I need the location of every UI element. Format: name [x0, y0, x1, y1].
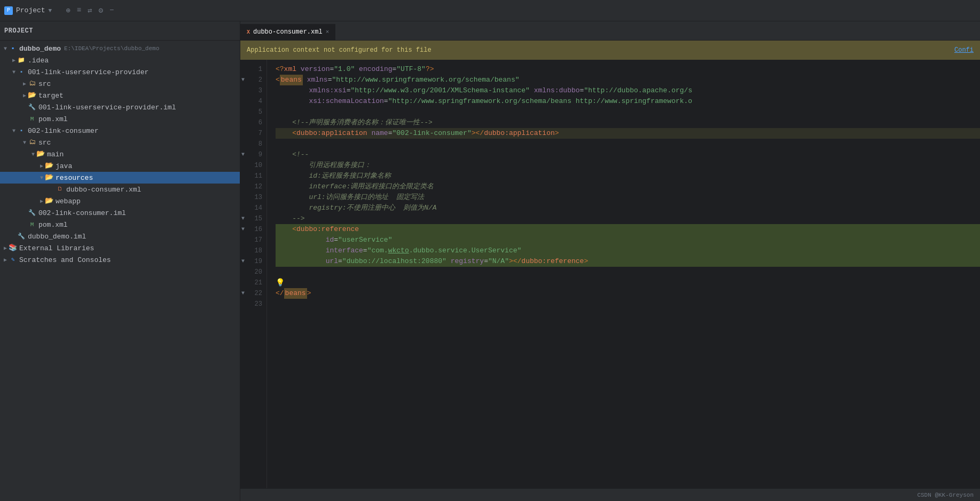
- arrow-src-2: ▼: [21, 140, 28, 146]
- code-line-2: <beans xmlns="http://www.springframework…: [276, 75, 980, 85]
- project-icon: P: [4, 6, 13, 15]
- line-num-8: 8: [240, 139, 266, 149]
- tree-item-dubbo-consumer-xml[interactable]: ▶ 🗋 dubbo-consumer.xml: [0, 184, 240, 195]
- tree-item-002[interactable]: ▼ ▪ 002-link-consumer: [0, 125, 240, 137]
- tree-item-resources[interactable]: ▼ 📂 resources: [0, 172, 240, 184]
- tree-label-scratches: Scratches and Consoles: [19, 256, 111, 264]
- line-num-10: 10: [240, 160, 266, 171]
- tree-label-002-iml: 002-link-consumer.iml: [38, 209, 126, 217]
- line-num-20: 20: [240, 267, 266, 277]
- code-line-14: registry:不使用注册中心 则值为N/A: [276, 203, 980, 213]
- new-icon[interactable]: ⊕: [66, 6, 70, 15]
- line-num-4: 4: [240, 96, 266, 107]
- line-num-18: 18: [240, 245, 266, 256]
- project-title[interactable]: Project: [16, 6, 45, 14]
- tree-item-pom-1[interactable]: ▶ M pom.xml: [0, 113, 240, 125]
- folder-icon-src-2: 🗂: [28, 138, 36, 147]
- arrow-resources: ▼: [38, 175, 45, 181]
- arrow-java: ▶: [38, 163, 45, 169]
- tree-item-main[interactable]: ▼ 📂 main: [0, 148, 240, 160]
- pom-icon-1: M: [28, 115, 36, 123]
- arrow-src-1: ▶: [21, 81, 28, 87]
- iml-icon-demo: 🔧: [17, 232, 26, 241]
- tab-close-button[interactable]: ×: [326, 29, 330, 35]
- code-line-3: xmlns:xsi="http://www.w3.org/2001/XMLSch…: [276, 85, 980, 96]
- settings-icon[interactable]: ⚙: [99, 6, 103, 15]
- tree-item-pom-2[interactable]: ▶ M pom.xml: [0, 219, 240, 230]
- tree-item-ext-libs[interactable]: ▶ 📚 External Libraries: [0, 242, 240, 254]
- tree-item-dubbo-demo[interactable]: ▼ ▪ dubbo_demo E:\IDEA\Projects\dubbo_de…: [0, 43, 240, 54]
- tree-label-src-1: src: [38, 80, 51, 88]
- line-num-5: 5: [240, 107, 266, 117]
- sidebar-content[interactable]: ▼ ▪ dubbo_demo E:\IDEA\Projects\dubbo_de…: [0, 41, 240, 501]
- bulb-icon[interactable]: 💡: [276, 277, 285, 288]
- tree-item-src-2[interactable]: ▼ 🗂 src: [0, 137, 240, 148]
- line-num-15: ▼15: [240, 213, 266, 224]
- ext-libs-icon: 📚: [9, 244, 17, 252]
- tree-item-dubbo-demo-iml[interactable]: ▶ 🔧 dubbo_demo.iml: [0, 230, 240, 242]
- code-line-16: <dubbo:reference: [276, 224, 980, 235]
- tree-label-main: main: [47, 150, 64, 158]
- module-icon-002: ▪: [17, 126, 26, 135]
- tree-item-src-1[interactable]: ▶ 🗂 src: [0, 78, 240, 90]
- code-line-1: <?xml version="1.0" encoding="UTF-8"?>: [276, 64, 980, 75]
- arrow-target: ▶: [21, 92, 28, 99]
- code-line-18: interface="com.wkcto.dubbo.service.UserS…: [276, 245, 980, 256]
- code-line-11: id:远程服务接口对象名称: [276, 171, 980, 181]
- main-layout: Project ▼ ▪ dubbo_demo E:\IDEA\Projects\…: [0, 21, 980, 501]
- folder-icon-idea: 📁: [17, 56, 26, 65]
- tree-item-scratches[interactable]: ▶ ✎ Scratches and Consoles: [0, 254, 240, 266]
- tree-label-dubbo-demo-iml: dubbo_demo.iml: [28, 233, 86, 241]
- code-line-4: xsi:schemaLocation="http://www.springfra…: [276, 96, 980, 107]
- tree-label-src-2: src: [38, 139, 51, 147]
- sidebar-header: Project: [0, 21, 240, 41]
- title-bar-left: P Project ▼ ⊕ ≡ ⇄ ⚙ −: [4, 6, 245, 15]
- line-num-12: 12: [240, 181, 266, 192]
- arrow-main: ▼: [30, 152, 36, 157]
- tree-label-target: target: [38, 92, 64, 100]
- line-num-6: 6: [240, 117, 266, 128]
- code-line-9: <!--: [276, 149, 980, 160]
- arrow-scratches: ▶: [2, 257, 9, 263]
- arrow-dubbo-demo: ▼: [2, 46, 9, 52]
- tree-item-java[interactable]: ▶ 📂 java: [0, 160, 240, 172]
- tree-item-001-iml[interactable]: ▶ 🔧 001-link-userservice-provider.iml: [0, 101, 240, 113]
- code-line-20: [276, 267, 980, 277]
- editor-tab-dubbo-consumer[interactable]: X dubbo-consumer.xml ×: [240, 24, 336, 40]
- minimize-icon[interactable]: −: [109, 6, 114, 15]
- notification-text: Application context not configured for t…: [247, 46, 432, 54]
- notification-link[interactable]: Confi: [954, 46, 974, 54]
- line-num-13: 13: [240, 192, 266, 203]
- line-num-1: 1: [240, 64, 266, 75]
- tree-label-dubbo-demo: dubbo_demo: [19, 45, 61, 53]
- tree-label-pom-2: pom.xml: [38, 221, 68, 229]
- sync-icon[interactable]: ⇄: [88, 6, 92, 15]
- code-line-21: 💡: [276, 277, 980, 288]
- line-num-17: 17: [240, 235, 266, 245]
- arrow-002: ▼: [11, 128, 17, 134]
- tree-item-idea[interactable]: ▶ 📁 .idea: [0, 54, 240, 66]
- line-num-16: ▼16: [240, 224, 266, 235]
- tree-item-002-iml[interactable]: ▶ 🔧 002-link-consumer.iml: [0, 207, 240, 219]
- tree-label-001-iml: 001-link-userservice-provider.iml: [38, 104, 176, 112]
- tree-label-001: 001-link-userservice-provider: [28, 68, 148, 76]
- editor-content: 1 ▼2 3 4 5 6 7 8 ▼9 10 11 12 13 14 ▼15 ▼…: [240, 60, 980, 488]
- tree-item-webapp[interactable]: ▶ 📂 webapp: [0, 195, 240, 207]
- code-area[interactable]: <?xml version="1.0" encoding="UTF-8"?> <…: [267, 60, 980, 488]
- code-line-12: interface:调用远程接口的全限定类名: [276, 181, 980, 192]
- tree-label-java: java: [56, 162, 72, 170]
- tree-item-target[interactable]: ▶ 📂 target: [0, 90, 240, 101]
- structure-icon[interactable]: ≡: [77, 6, 81, 15]
- line-num-14: 14: [240, 203, 266, 213]
- xml-icon-dubbo: 🗋: [56, 185, 64, 194]
- tree-label-dubbo-xml: dubbo-consumer.xml: [66, 186, 141, 194]
- line-num-23: 23: [240, 299, 266, 309]
- tree-item-001[interactable]: ▼ ▪ 001-link-userservice-provider: [0, 66, 240, 78]
- tree-label-idea: .idea: [28, 57, 49, 65]
- folder-icon-main: 📂: [36, 150, 45, 158]
- tree-label-webapp: webapp: [56, 197, 81, 205]
- project-arrow[interactable]: ▼: [49, 7, 52, 14]
- line-num-7: 7: [240, 128, 266, 139]
- status-bar: CSDN @KK-Greyson: [240, 488, 980, 501]
- sidebar: Project ▼ ▪ dubbo_demo E:\IDEA\Projects\…: [0, 21, 240, 501]
